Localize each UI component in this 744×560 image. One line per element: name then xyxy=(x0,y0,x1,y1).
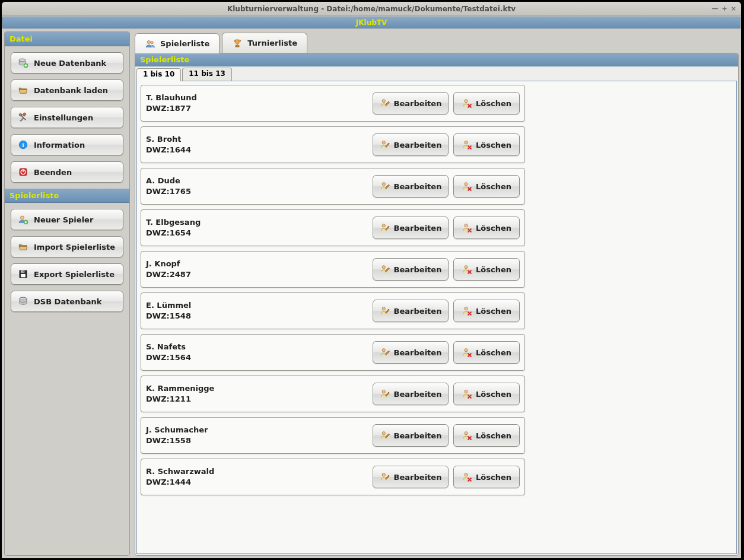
player-dwz: DWZ:1877 xyxy=(146,103,373,114)
player-row: T. ElbgesangDWZ:1654BearbeitenLöschen xyxy=(141,209,525,246)
delete-button[interactable]: Löschen xyxy=(453,424,520,447)
svg-point-16 xyxy=(147,40,150,43)
delete-user-icon xyxy=(462,347,472,358)
maximize-icon[interactable]: + xyxy=(722,5,727,12)
tab-content: Spielerliste 1 bis 1011 bis 13 T. Blauhu… xyxy=(135,53,739,556)
power-icon xyxy=(17,166,29,178)
edit-button[interactable]: Bearbeiten xyxy=(373,300,449,322)
edit-label: Bearbeiten xyxy=(394,431,442,440)
edit-user-icon xyxy=(380,98,390,109)
player-name: T. Elbgesang xyxy=(146,217,373,228)
edit-button[interactable]: Bearbeiten xyxy=(373,133,449,156)
sidebar-button-label: Neuer Spieler xyxy=(34,215,93,224)
svg-rect-18 xyxy=(236,45,239,46)
delete-button[interactable]: Löschen xyxy=(453,466,520,488)
minimize-icon[interactable]: — xyxy=(712,5,718,12)
player-dwz: DWZ:1211 xyxy=(146,394,373,405)
delete-button[interactable]: Löschen xyxy=(453,341,520,364)
sidebar-button-beenden[interactable]: Beenden xyxy=(11,161,123,183)
delete-user-icon xyxy=(462,181,472,192)
tab-spielerliste[interactable]: Spielerliste xyxy=(135,33,220,53)
player-info: J. SchumacherDWZ:1558 xyxy=(146,425,373,446)
player-row: S. BrohtDWZ:1644BearbeitenLöschen xyxy=(141,126,525,163)
player-row: K. RammeniggeDWZ:1211BearbeitenLöschen xyxy=(141,376,525,412)
svg-rect-12 xyxy=(21,274,26,277)
edit-button[interactable]: Bearbeiten xyxy=(373,341,449,364)
edit-button[interactable]: Bearbeiten xyxy=(373,175,449,198)
edit-label: Bearbeiten xyxy=(394,390,442,399)
close-icon[interactable]: × xyxy=(731,5,736,12)
edit-label: Bearbeiten xyxy=(394,473,442,482)
player-name: K. Rammenigge xyxy=(146,383,373,394)
tab-label: Spielerliste xyxy=(160,39,209,48)
sidebar-button-label: Datenbank laden xyxy=(34,86,108,95)
database-icon xyxy=(17,295,29,307)
pager-tab[interactable]: 1 bis 10 xyxy=(136,68,181,81)
edit-button[interactable]: Bearbeiten xyxy=(373,466,449,488)
delete-button[interactable]: Löschen xyxy=(453,92,520,114)
delete-label: Löschen xyxy=(476,307,511,316)
svg-point-36 xyxy=(382,432,385,435)
sidebar-section-header: Datei xyxy=(5,32,129,46)
sidebar-button-information[interactable]: iInformation xyxy=(11,134,123,155)
app-header: JKlubTV xyxy=(2,17,740,28)
delete-button[interactable]: Löschen xyxy=(453,217,520,239)
sidebar-button-einstellungen[interactable]: Einstellungen xyxy=(11,107,123,128)
player-row: S. NafetsDWZ:1564BearbeitenLöschen xyxy=(141,334,525,371)
svg-point-8 xyxy=(21,216,24,219)
sidebar-button-dsb-datenbank[interactable]: DSB Datenbank xyxy=(11,291,123,312)
svg-point-37 xyxy=(465,432,468,435)
edit-label: Bearbeiten xyxy=(394,141,442,149)
delete-user-icon xyxy=(462,264,472,275)
delete-button[interactable]: Löschen xyxy=(453,175,520,198)
delete-label: Löschen xyxy=(476,390,511,399)
sidebar-button-import-spielerliste[interactable]: Import Spielerliste xyxy=(11,236,123,257)
player-dwz: DWZ:1644 xyxy=(146,145,373,155)
player-name: A. Dude xyxy=(146,176,373,186)
edit-button[interactable]: Bearbeiten xyxy=(373,92,449,114)
tab-turnierliste[interactable]: Turnierliste xyxy=(222,33,307,53)
player-info: T. BlauhundDWZ:1877 xyxy=(146,93,373,114)
edit-button[interactable]: Bearbeiten xyxy=(373,217,449,239)
delete-button[interactable]: Löschen xyxy=(453,133,520,156)
svg-point-23 xyxy=(465,141,468,144)
sidebar-button-datenbank-laden[interactable]: Datenbank laden xyxy=(11,79,123,101)
edit-button[interactable]: Bearbeiten xyxy=(373,383,449,405)
delete-button[interactable]: Löschen xyxy=(453,300,520,322)
edit-user-icon xyxy=(380,306,390,316)
delete-button[interactable]: Löschen xyxy=(453,383,520,405)
delete-label: Löschen xyxy=(476,265,511,274)
svg-point-31 xyxy=(465,307,468,310)
info-icon: i xyxy=(17,139,29,151)
player-dwz: DWZ:2487 xyxy=(146,269,373,280)
folder-open-icon xyxy=(17,241,29,253)
player-row: E. LümmelDWZ:1548BearbeitenLöschen xyxy=(141,292,525,329)
edit-button[interactable]: Bearbeiten xyxy=(373,424,449,447)
player-name: S. Nafets xyxy=(146,342,373,352)
sidebar-button-label: DSB Datenbank xyxy=(34,297,101,306)
sidebar-button-export-spielerliste[interactable]: Export Spielerliste xyxy=(11,263,123,285)
sidebar: DateiNeue DatenbankDatenbank ladenEinste… xyxy=(4,31,130,556)
edit-button[interactable]: Bearbeiten xyxy=(373,258,449,281)
delete-button[interactable]: Löschen xyxy=(453,258,520,281)
player-dwz: DWZ:1654 xyxy=(146,228,373,238)
svg-point-27 xyxy=(465,224,468,227)
player-name: T. Blauhund xyxy=(146,93,373,103)
tools-icon xyxy=(17,112,29,123)
delete-user-icon xyxy=(462,139,472,150)
tab-bar: SpielerlisteTurnierliste xyxy=(135,31,739,53)
sidebar-button-neuer-spieler[interactable]: Neuer Spieler xyxy=(11,209,123,230)
svg-point-28 xyxy=(382,266,385,269)
trophy-icon xyxy=(232,38,243,49)
delete-user-icon xyxy=(462,222,472,233)
player-row: J. SchumacherDWZ:1558BearbeitenLöschen xyxy=(141,417,525,454)
sidebar-button-neue-datenbank[interactable]: Neue Datenbank xyxy=(11,52,123,74)
edit-user-icon xyxy=(380,264,390,275)
svg-text:i: i xyxy=(23,142,24,148)
edit-label: Bearbeiten xyxy=(394,224,442,233)
delete-label: Löschen xyxy=(476,224,511,233)
svg-rect-19 xyxy=(237,44,239,45)
pager-tab[interactable]: 11 bis 13 xyxy=(182,68,232,81)
edit-user-icon xyxy=(380,430,390,441)
player-dwz: DWZ:1444 xyxy=(146,477,373,488)
